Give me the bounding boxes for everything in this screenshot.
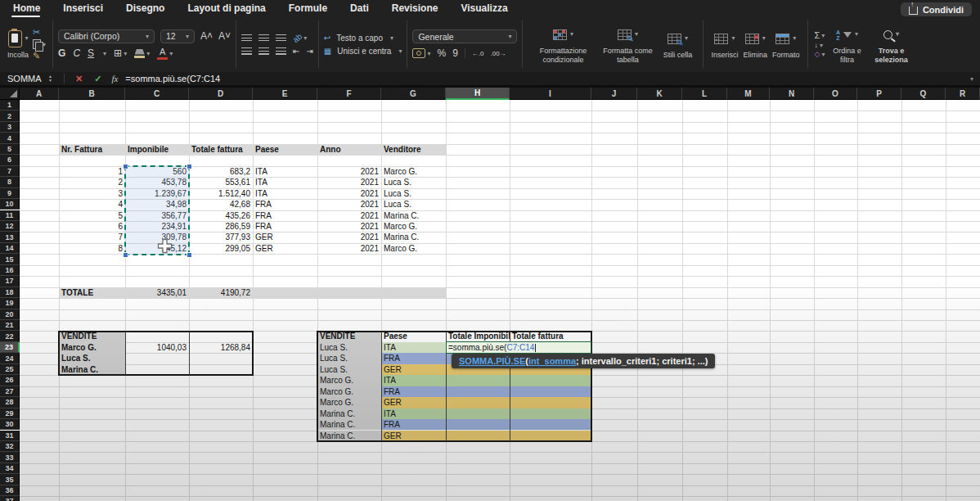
copy-button[interactable]: ▾: [33, 39, 46, 49]
row-header-1[interactable]: 1: [0, 100, 20, 111]
row-header-30[interactable]: 30: [0, 419, 20, 430]
column-header-F[interactable]: F: [317, 88, 381, 100]
row-header-31[interactable]: 31: [0, 431, 20, 441]
row-header-21[interactable]: 21: [0, 320, 20, 331]
formula-bar-expand-icon[interactable]: ▾: [970, 75, 973, 83]
row-header-17[interactable]: 17: [0, 276, 20, 287]
cell-E8[interactable]: ITA: [253, 177, 317, 187]
cell-C11[interactable]: 356,77: [125, 210, 189, 221]
cell-D5[interactable]: Totale fattura: [189, 144, 253, 155]
column-header-H[interactable]: H: [446, 88, 510, 100]
row-header-32[interactable]: 32: [0, 441, 20, 452]
tab-dati[interactable]: Dati: [348, 2, 371, 15]
cut-button[interactable]: ✂: [33, 27, 46, 38]
accounting-format-button[interactable]: ▾: [412, 48, 430, 58]
font-size-select[interactable]: 12▾: [160, 29, 195, 43]
row-header-6[interactable]: 6: [0, 155, 20, 165]
cell-D14[interactable]: 299,05: [189, 243, 253, 254]
column-header-M[interactable]: M: [727, 88, 770, 100]
merge-center-button[interactable]: Unisci e centra: [337, 47, 391, 56]
row-header-22[interactable]: 22: [0, 331, 20, 341]
cell-F7[interactable]: 2021: [317, 166, 381, 177]
cell-H31[interactable]: [446, 431, 510, 441]
row-header-15[interactable]: 15: [0, 254, 20, 264]
cell-G29[interactable]: ITA: [381, 408, 446, 419]
sort-filter-button[interactable]: AZ▾ Ordina e filtra: [826, 23, 867, 65]
row-header-37[interactable]: 37: [0, 496, 20, 501]
function-name-link[interactable]: SOMMA.PIÙ.SE: [459, 356, 525, 366]
cell-G12[interactable]: Marco G.: [381, 221, 446, 232]
cell-B23[interactable]: Marco G.: [59, 342, 125, 353]
row-header-14[interactable]: 14: [0, 243, 20, 254]
cell-G22[interactable]: Paese: [381, 331, 446, 341]
clear-button[interactable]: ◇▾: [815, 50, 825, 58]
cell-F29[interactable]: Marina C.: [317, 408, 381, 419]
cell-B7[interactable]: 1: [59, 166, 125, 177]
cell-H29[interactable]: [446, 408, 510, 419]
cell-E12[interactable]: FRA: [253, 221, 317, 232]
cell-F30[interactable]: Marina C.: [317, 419, 381, 430]
cell-G26[interactable]: ITA: [381, 375, 446, 386]
selection-handle[interactable]: [123, 164, 128, 169]
row-header-26[interactable]: 26: [0, 375, 20, 386]
fill-color-button[interactable]: ▾: [134, 49, 150, 58]
cancel-icon[interactable]: ✕: [75, 74, 83, 84]
argument-link[interactable]: int_somma: [528, 356, 576, 366]
row-header-3[interactable]: 3: [0, 122, 20, 133]
confirm-icon[interactable]: ✓: [94, 74, 101, 84]
insert-function-icon[interactable]: fx: [111, 74, 118, 84]
align-top-icon[interactable]: [241, 34, 252, 42]
cell-G9[interactable]: Luca S.: [381, 188, 446, 199]
cell-D9[interactable]: 1.512,40: [189, 188, 253, 199]
row-header-28[interactable]: 28: [0, 397, 20, 408]
cell-C5[interactable]: Imponibile: [125, 144, 189, 155]
cell-F25[interactable]: Luca S.: [317, 364, 381, 375]
cell-I27[interactable]: [510, 386, 591, 397]
cell-F12[interactable]: 2021: [317, 221, 381, 232]
row-header-35[interactable]: 35: [0, 474, 20, 485]
cell-B11[interactable]: 5: [59, 210, 125, 221]
cell-F22[interactable]: VENDITE: [317, 331, 381, 341]
share-button[interactable]: Condividi: [901, 2, 972, 16]
cell-G28[interactable]: GER: [381, 397, 446, 408]
cell-C8[interactable]: 453,78: [125, 177, 189, 187]
cell-G8[interactable]: Luca S.: [381, 177, 446, 187]
wrap-text-button[interactable]: Testo a capo: [336, 34, 383, 43]
row-header-10[interactable]: 10: [0, 199, 20, 210]
formula-input[interactable]: =somma.più.se(C7:C14: [125, 74, 220, 84]
italic-button[interactable]: C: [73, 47, 80, 59]
decrease-decimal-button[interactable]: .00→: [491, 50, 506, 57]
align-bottom-icon[interactable]: [276, 34, 286, 42]
cell-D11[interactable]: 435,26: [189, 210, 253, 221]
align-left-icon[interactable]: [241, 47, 252, 55]
cell-C13[interactable]: 309,78: [125, 232, 189, 242]
cell-G25[interactable]: GER: [381, 364, 446, 375]
cell-I26[interactable]: [510, 375, 591, 386]
select-all-corner[interactable]: [0, 88, 20, 100]
tab-layout-di-pagina[interactable]: Layout di pagina: [186, 2, 267, 15]
column-header-K[interactable]: K: [637, 88, 682, 100]
cell-H28[interactable]: [446, 397, 510, 408]
cell-G14[interactable]: Marco G.: [381, 243, 446, 254]
cell-I28[interactable]: [510, 397, 591, 408]
cell-G10[interactable]: Luca S.: [381, 199, 446, 210]
align-middle-icon[interactable]: [258, 34, 269, 42]
cell-B13[interactable]: 7: [59, 232, 125, 242]
cell-D13[interactable]: 377,93: [189, 232, 253, 242]
row-header-7[interactable]: 7: [0, 166, 20, 177]
cell-F14[interactable]: 2021: [317, 243, 381, 254]
cell-B9[interactable]: 3: [59, 188, 125, 199]
cell-C23[interactable]: 1040,03: [125, 342, 189, 353]
row-header-23[interactable]: 23: [0, 342, 20, 353]
cell-F31[interactable]: Marina C.: [317, 431, 381, 441]
align-right-icon[interactable]: [276, 47, 286, 55]
row-header-20[interactable]: 20: [0, 309, 20, 320]
cell-G30[interactable]: FRA: [381, 419, 446, 430]
cell-B24[interactable]: Luca S.: [59, 353, 125, 363]
cell-B25[interactable]: Marina C.: [59, 364, 125, 375]
cell-D12[interactable]: 286,59: [189, 221, 253, 232]
row-header-34[interactable]: 34: [0, 463, 20, 474]
selection-handle[interactable]: [187, 164, 192, 169]
row-header-25[interactable]: 25: [0, 364, 20, 375]
cell-F28[interactable]: Marco G.: [317, 397, 381, 408]
